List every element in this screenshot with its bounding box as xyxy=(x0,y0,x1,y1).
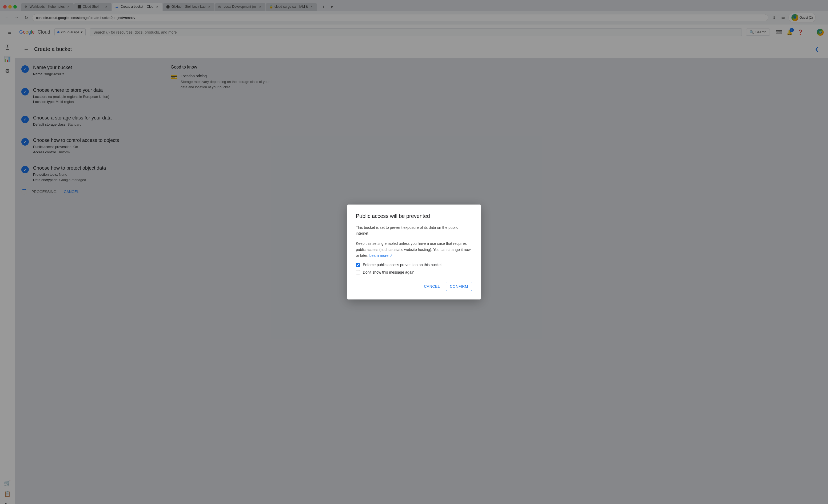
dialog-body-line1: This bucket is set to prevent exposure o… xyxy=(356,224,472,237)
dont-show-again-label: Don't show this message again xyxy=(363,270,414,275)
dialog-title: Public access will be prevented xyxy=(356,213,472,219)
dialog-body-line2: Keep this setting enabled unless you hav… xyxy=(356,241,472,258)
dont-show-again-checkbox[interactable] xyxy=(356,270,360,275)
dialog-actions: CANCEL CONFIRM xyxy=(356,282,472,291)
dialog: Public access will be prevented This buc… xyxy=(347,205,481,300)
dialog-confirm-button[interactable]: CONFIRM xyxy=(446,282,472,291)
checkbox-row-enforce: Enforce public access prevention on this… xyxy=(356,263,472,267)
enforce-prevention-checkbox[interactable] xyxy=(356,263,360,267)
enforce-prevention-label: Enforce public access prevention on this… xyxy=(363,263,442,267)
dialog-cancel-button[interactable]: CANCEL xyxy=(420,282,444,291)
learn-more-link[interactable]: Learn more ↗ xyxy=(369,253,392,258)
dialog-overlay: Public access will be prevented This buc… xyxy=(0,0,828,504)
checkbox-row-dont-show: Don't show this message again xyxy=(356,270,472,275)
